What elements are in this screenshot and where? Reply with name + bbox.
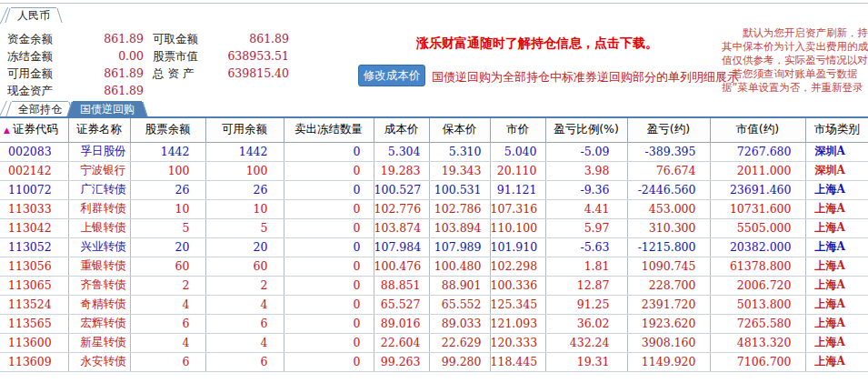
tab-currency-rmb[interactable]: 人民币	[11, 7, 56, 23]
cell-code: 113524	[0, 295, 68, 314]
holding-row-113600[interactable]: 113600新星转债44022.60422.629120.333432.2439…	[0, 333, 868, 352]
column-header-pl[interactable]: 盈亏(约)	[627, 117, 710, 142]
holding-row-113609[interactable]: 113609永安转债66099.26399.280118.44519.31114…	[0, 352, 868, 371]
cell-code: 110072	[0, 180, 68, 199]
cell-market_value: 5505.000	[710, 218, 805, 237]
sort-ascending-icon: ▲	[4, 126, 10, 135]
cell-breakeven_price: 103.894	[429, 218, 490, 237]
cell-market_price: 107.316	[490, 199, 545, 218]
cell-code: 113056	[0, 257, 68, 276]
cell-market_value: 7106.700	[710, 352, 805, 371]
cell-name: 利群转债	[68, 199, 130, 218]
cell-breakeven_price: 107.989	[429, 237, 490, 257]
cell-market_value: 23691.460	[710, 180, 805, 199]
cell-cost_price: 22.604	[374, 333, 429, 352]
disclaimer-text-block: 默认为您开启资产刷新，持 其中保本价为计入卖出费用的成 值仅供参考，实际盈亏情况…	[722, 26, 868, 97]
cell-sell_frozen: 0	[284, 199, 374, 218]
cell-sell_frozen: 0	[284, 142, 374, 161]
column-header-market_value[interactable]: 市值(约)	[710, 117, 805, 142]
cell-pl_pct: 5.97	[545, 218, 627, 237]
cell-cost_price: 100.476	[374, 257, 429, 276]
column-header-market_price[interactable]: 市价	[490, 117, 545, 142]
cell-available: 60	[205, 257, 284, 276]
column-header-available[interactable]: 可用余额	[205, 117, 284, 142]
cell-market: 上海A	[805, 333, 868, 352]
cell-balance: 10	[130, 199, 205, 218]
cell-pl: 1149.920	[627, 352, 710, 371]
stock-value-value: 638953.51	[180, 49, 289, 63]
cell-code: 002142	[0, 161, 68, 180]
cell-pl_pct: 432.24	[545, 333, 627, 352]
disclaimer-line: 据”菜单设置为否，并重新登录	[722, 81, 868, 95]
cell-market_price: 101.910	[490, 237, 545, 257]
cell-breakeven_price: 88.901	[429, 276, 490, 295]
cell-market: 上海A	[805, 180, 868, 199]
cell-available: 100	[205, 161, 284, 180]
cell-sell_frozen: 0	[284, 295, 374, 314]
cell-cost_price: 103.874	[374, 218, 429, 237]
holding-row-002142[interactable]: 002142宁波银行100100019.28319.34320.1103.987…	[0, 161, 868, 180]
cell-name: 奇精转债	[68, 295, 130, 314]
column-header-cost_price[interactable]: 成本价	[374, 117, 429, 142]
disclaimer-line: 若您须查询对账单盈亏数据	[722, 67, 868, 81]
cell-pl_pct: 91.25	[545, 295, 627, 314]
cell-market_price: 5.040	[490, 142, 545, 161]
cell-market: 深圳A	[805, 161, 868, 180]
cell-pl: 1090.745	[627, 257, 710, 276]
tab-treasury-reverse-repo[interactable]: 国债逆回购	[73, 101, 142, 116]
cell-pl: 453.000	[627, 199, 710, 218]
cell-market_price: 91.121	[490, 180, 545, 199]
cell-balance: 6	[130, 352, 205, 371]
cell-pl: 228.700	[627, 276, 710, 295]
cash-assets-label: 现金资产	[7, 84, 53, 97]
column-header-sell_frozen[interactable]: 卖出冻结数量	[284, 117, 374, 142]
cell-available: 1442	[205, 142, 284, 161]
holding-row-002083[interactable]: 002083孚日股份1442144205.3045.3105.040-5.09-…	[0, 142, 868, 161]
app-download-promo-link[interactable]: 涨乐财富通随时了解持仓信息，点击下载。	[416, 35, 658, 52]
cell-market: 上海A	[805, 276, 868, 295]
cell-available: 10	[205, 199, 284, 218]
cell-market_value: 61378.800	[710, 257, 805, 276]
holding-row-113042[interactable]: 113042上银转债550103.874103.894110.1005.9731…	[0, 218, 868, 237]
cell-pl: -389.395	[627, 142, 710, 161]
cell-sell_frozen: 0	[284, 352, 374, 371]
cell-market_price: 102.298	[490, 257, 545, 276]
trading-app-window: 人民币 资金余额 861.89 可取金额 861.89 冻结金额 0.00 股票…	[0, 0, 868, 383]
tab-all-holdings[interactable]: 全部持仓	[12, 101, 68, 116]
cell-cost_price: 88.851	[374, 276, 429, 295]
column-header-name[interactable]: 证券名称	[68, 117, 130, 142]
cell-market_value: 5013.800	[710, 295, 805, 314]
holding-row-113565[interactable]: 113565宏辉转债66089.01689.033121.09336.02192…	[0, 314, 868, 333]
cell-sell_frozen: 0	[284, 237, 374, 257]
holding-row-113056[interactable]: 113056重银转债60600100.476100.480102.2981.81…	[0, 257, 868, 276]
cell-cost_price: 102.776	[374, 199, 429, 218]
cell-pl_pct: -5.09	[545, 142, 627, 161]
modify-cost-price-button[interactable]: 修改成本价	[358, 65, 425, 86]
holding-row-113033[interactable]: 113033利群转债10100102.776102.786107.3164.41…	[0, 199, 868, 218]
cell-sell_frozen: 0	[284, 218, 374, 237]
cell-market_price: 120.333	[490, 333, 545, 352]
cell-available: 6	[205, 314, 284, 333]
cell-balance: 20	[130, 237, 205, 257]
cell-cost_price: 19.283	[374, 161, 429, 180]
column-header-pl_pct[interactable]: 盈亏比例(%)	[545, 117, 627, 142]
holding-row-113065[interactable]: 113065齐鲁转债22088.85188.901100.33612.87228…	[0, 276, 868, 295]
cell-name: 重银转债	[68, 257, 130, 276]
column-header-market[interactable]: 市场类别	[805, 117, 868, 142]
cell-cost_price: 65.527	[374, 295, 429, 314]
holding-row-110072[interactable]: 110072广汇转债26260100.527100.53191.121-9.36…	[0, 180, 868, 199]
holding-row-113052[interactable]: 113052兴业转债20200107.984107.989101.910-5.6…	[0, 237, 868, 257]
fund-balance-label: 资金余额	[7, 32, 53, 45]
column-header-breakeven_price[interactable]: 保本价	[429, 117, 490, 142]
cell-name: 宏辉转债	[68, 314, 130, 333]
tab-treasury-reverse-repo-label: 国债逆回购	[80, 103, 135, 116]
cell-name: 兴业转债	[68, 237, 130, 257]
cell-pl: 310.300	[627, 218, 710, 237]
column-header-balance[interactable]: 股票余额	[130, 117, 205, 142]
cell-pl_pct: 4.41	[545, 199, 627, 218]
cell-pl: 1923.620	[627, 314, 710, 333]
cell-code: 113052	[0, 237, 68, 257]
cell-balance: 4	[130, 333, 205, 352]
column-header-code[interactable]: ▲证券代码	[0, 117, 68, 142]
holding-row-113524[interactable]: 113524奇精转债44065.52765.552125.34591.25239…	[0, 295, 868, 314]
